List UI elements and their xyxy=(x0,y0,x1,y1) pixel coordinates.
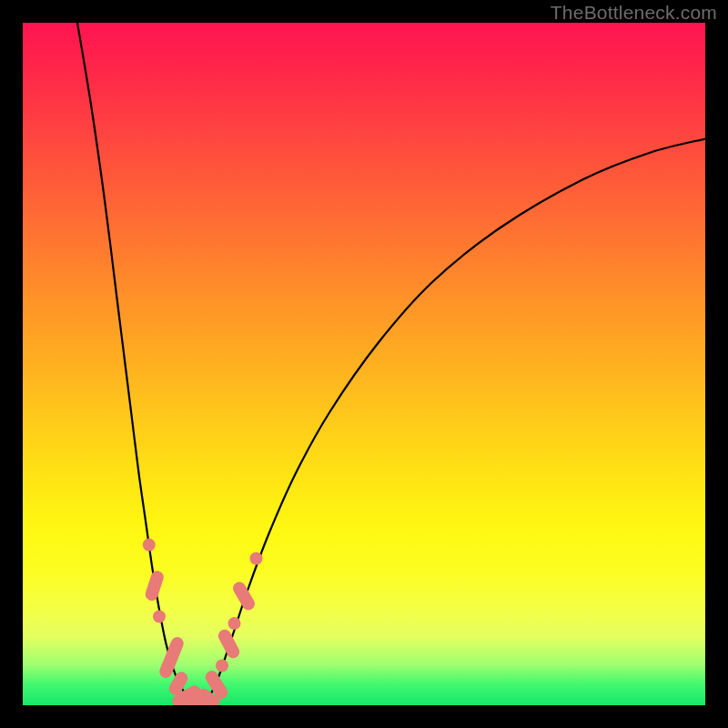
marker-pill xyxy=(231,580,258,612)
chart-frame: TheBottleneck.com xyxy=(0,0,728,728)
chart-svg xyxy=(23,23,705,705)
watermark-text: TheBottleneck.com xyxy=(551,2,717,24)
marker-pill xyxy=(144,570,166,602)
plot-area xyxy=(23,23,705,705)
marker-dot xyxy=(250,552,263,565)
curve-right-branch xyxy=(200,139,705,704)
marker-dot xyxy=(216,660,228,672)
marker-dot xyxy=(153,611,166,623)
marker-dot xyxy=(228,617,241,630)
curve-left-branch xyxy=(77,23,200,704)
marker-pill xyxy=(216,627,241,660)
marker-layer xyxy=(143,539,263,705)
marker-dot xyxy=(143,539,156,551)
